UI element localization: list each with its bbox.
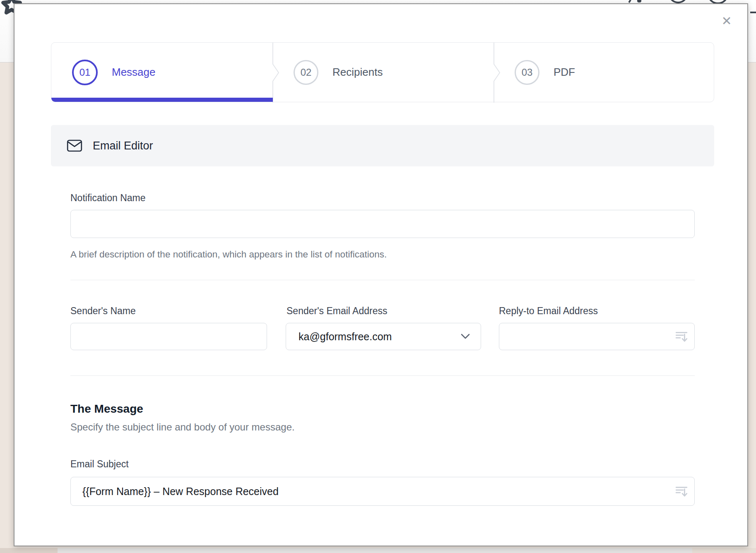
reply-to-label: Reply-to Email Address <box>499 305 598 317</box>
step-message-label: Message <box>112 66 156 79</box>
step-separator-chevron <box>489 43 501 103</box>
stepper: 01 Message 02 Recipients 03 PDF <box>51 42 714 102</box>
sender-email-label: Sender's Email Address <box>287 305 387 317</box>
browser-icon-fragment[interactable] <box>749 0 756 17</box>
notification-name-label: Notification Name <box>70 192 146 204</box>
close-icon[interactable]: ✕ <box>717 11 737 31</box>
step-recipients-label: Recipients <box>332 66 383 79</box>
email-editor-header: Email Editor <box>51 125 714 166</box>
section-title: Email Editor <box>93 139 153 152</box>
email-subject-label: Email Subject <box>70 459 129 470</box>
step-message[interactable]: 01 Message <box>51 43 273 102</box>
notification-name-help: A brief description of the notification,… <box>70 249 387 260</box>
step-recipients[interactable]: 02 Recipients <box>273 43 494 102</box>
sender-name-label: Sender's Name <box>70 305 136 317</box>
page-background-right <box>692 548 756 553</box>
active-step-indicator <box>51 98 273 102</box>
step-pdf-label: PDF <box>554 66 575 79</box>
step-pdf-number: 03 <box>515 60 539 85</box>
reply-to-input[interactable] <box>499 323 695 350</box>
step-message-number: 01 <box>72 60 98 85</box>
step-recipients-number: 02 <box>294 60 318 85</box>
notification-name-input[interactable] <box>70 210 695 238</box>
message-section-title: The Message <box>70 402 143 416</box>
page-background-left <box>0 548 58 553</box>
page-background-center <box>58 548 692 553</box>
step-separator-chevron <box>267 43 280 103</box>
divider <box>70 280 695 280</box>
step-pdf[interactable]: 03 PDF <box>494 43 715 102</box>
sender-email-select[interactable]: ka@gformsfree.com <box>286 323 481 350</box>
divider <box>70 375 695 376</box>
sender-name-input[interactable] <box>70 323 267 350</box>
message-section-subtitle: Specify the subject line and body of you… <box>70 421 295 433</box>
email-subject-input[interactable] <box>70 477 695 506</box>
envelope-icon <box>67 139 82 152</box>
notification-editor-modal: ✕ 01 Message 02 Recipients 03 PDF Email … <box>14 3 748 546</box>
